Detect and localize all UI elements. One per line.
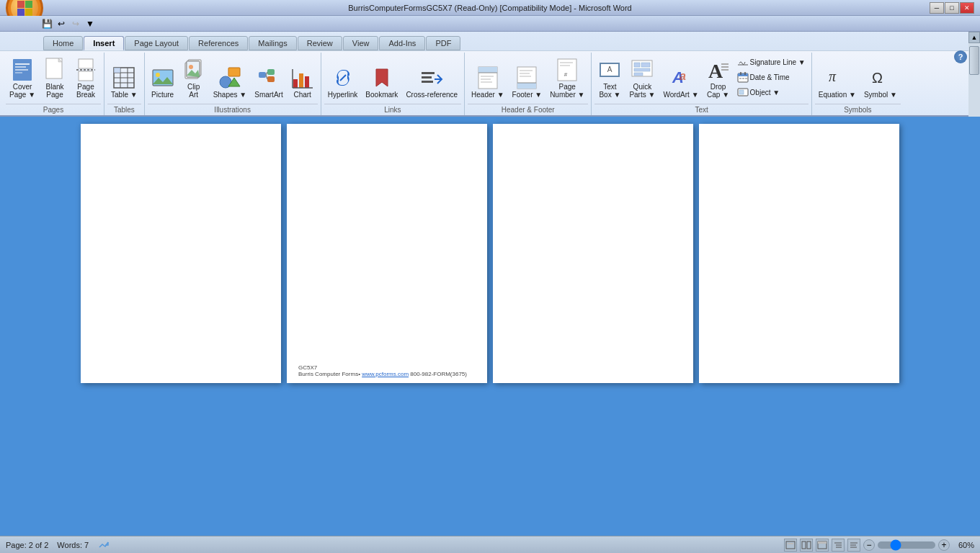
zoom-out-button[interactable]: −	[863, 539, 875, 551]
quick-parts-label: QuickParts ▼	[629, 83, 655, 99]
save-quick-btn[interactable]: 💾	[40, 17, 53, 30]
restore-button[interactable]: □	[945, 2, 959, 14]
svg-line-36	[266, 72, 267, 75]
clip-art-button[interactable]: ClipArt	[179, 56, 209, 101]
cover-page-label: CoverPage ▼	[9, 83, 35, 99]
tab-bar: Home Insert Page Layout References Maili…	[0, 32, 980, 50]
svg-rect-2	[17, 9, 24, 16]
equation-icon: π	[826, 66, 849, 89]
svg-rect-62	[560, 65, 570, 66]
shapes-label: Shapes ▼	[213, 91, 247, 99]
object-button[interactable]: Object ▼	[734, 85, 808, 99]
signature-line-icon	[737, 56, 749, 68]
svg-rect-34	[267, 69, 275, 75]
page-break-icon	[74, 58, 97, 81]
svg-rect-58	[520, 73, 530, 74]
print-layout-view[interactable]	[784, 539, 797, 552]
redo-quick-btn[interactable]: ↪	[69, 17, 82, 30]
shapes-icon	[218, 66, 241, 89]
svg-rect-53	[481, 81, 492, 83]
zoom-slider[interactable]	[878, 541, 935, 549]
zoom-level[interactable]: 60%	[953, 541, 974, 549]
header-button[interactable]: Header ▼	[468, 64, 507, 101]
svg-rect-5	[15, 63, 30, 65]
smartart-button[interactable]: SmartArt	[251, 64, 286, 101]
date-time-button[interactable]: Date & Time	[734, 70, 808, 84]
svg-text:π: π	[829, 68, 837, 84]
chart-button[interactable]: Chart	[288, 64, 318, 101]
svg-rect-89	[786, 541, 795, 549]
ribbon-group-tables: Table ▼ Tables	[104, 53, 145, 115]
scroll-thumb[interactable]	[969, 46, 979, 75]
page-number-button[interactable]: # PageNumber ▼	[546, 56, 588, 101]
table-button[interactable]: Table ▼	[107, 64, 141, 101]
close-button[interactable]: ✕	[960, 2, 974, 14]
ribbon-group-symbols: π Equation ▼ Ω Symbol ▼ Symbols	[812, 53, 904, 115]
tab-mailings[interactable]: Mailings	[249, 36, 296, 50]
tab-insert[interactable]: Insert	[84, 36, 124, 50]
tab-pdf[interactable]: PDF	[426, 36, 460, 50]
bookmark-button[interactable]: Bookmark	[362, 64, 401, 101]
header-icon	[476, 66, 499, 89]
svg-rect-59	[520, 76, 531, 77]
tab-home[interactable]: Home	[43, 36, 83, 50]
page-break-button[interactable]: PageBreak	[71, 56, 101, 101]
tab-review[interactable]: Review	[298, 36, 342, 50]
shapes-button[interactable]: Shapes ▼	[210, 64, 251, 101]
tab-page-layout[interactable]: Page Layout	[125, 36, 188, 50]
undo-quick-btn[interactable]: ↩	[55, 17, 68, 30]
ribbon-group-pages: CoverPage ▼ BlankPage	[3, 53, 104, 115]
hyperlink-icon	[331, 66, 355, 89]
text-small-buttons: Signature Line ▼ Date & Time	[734, 55, 808, 101]
status-left: Page: 2 of 2 Words: 7	[6, 539, 110, 551]
links-group-label: Links	[324, 104, 461, 115]
clip-art-icon	[182, 58, 205, 81]
wordart-label: WordArt ▼	[663, 91, 698, 99]
svg-text:A: A	[708, 60, 723, 82]
scroll-up-button[interactable]: ▲	[968, 32, 980, 43]
bookmark-icon	[370, 66, 393, 89]
quick-parts-button[interactable]: QuickParts ▼	[625, 56, 659, 101]
svg-rect-82	[739, 78, 741, 79]
zoom-in-button[interactable]: +	[938, 539, 950, 551]
illustrations-items: Picture ClipArt	[148, 54, 318, 102]
header-footer-items: Header ▼ Footer ▼	[468, 54, 588, 102]
cover-page-button[interactable]: CoverPage ▼	[6, 56, 39, 101]
full-screen-view[interactable]	[800, 539, 813, 552]
web-layout-view[interactable]	[816, 539, 829, 552]
tab-references[interactable]: References	[189, 36, 248, 50]
signature-line-button[interactable]: Signature Line ▼	[734, 55, 808, 69]
svg-rect-1	[25, 1, 32, 8]
tab-view[interactable]: View	[343, 36, 379, 50]
minimize-button[interactable]: ─	[930, 2, 944, 14]
cross-reference-button[interactable]: Cross-reference	[402, 64, 461, 101]
svg-rect-76	[721, 69, 729, 71]
sig-line-label: Signature Line ▼	[750, 58, 806, 66]
svg-rect-92	[807, 541, 811, 549]
outline-view[interactable]	[832, 539, 845, 552]
pages-group-label: Pages	[6, 104, 101, 115]
equation-button[interactable]: π Equation ▼	[815, 64, 860, 101]
drop-cap-button[interactable]: A DropCap ▼	[703, 56, 734, 101]
footer-button[interactable]: Footer ▼	[509, 64, 546, 101]
svg-point-22	[156, 73, 160, 77]
picture-button[interactable]: Picture	[148, 64, 178, 101]
symbol-button[interactable]: Ω Symbol ▼	[860, 64, 901, 101]
track-changes-icon[interactable]	[97, 539, 110, 551]
svg-rect-8	[15, 72, 22, 73]
svg-rect-20	[114, 68, 120, 73]
blank-page-button[interactable]: BlankPage	[40, 56, 70, 101]
tab-add-ins[interactable]: Add-Ins	[379, 36, 425, 50]
qa-dropdown[interactable]: ▼	[84, 17, 97, 30]
hyperlink-button[interactable]: Hyperlink	[324, 64, 362, 101]
wordart-button[interactable]: A a WordArt ▼	[659, 64, 702, 101]
symbol-label: Symbol ▼	[864, 91, 897, 99]
text-box-button[interactable]: A TextBox ▼	[594, 56, 625, 101]
footer-link[interactable]: www.pcforms.com	[362, 371, 409, 377]
ribbon-group-illustrations: Picture ClipArt	[145, 53, 321, 115]
help-button[interactable]: ?	[954, 50, 967, 63]
svg-rect-94	[818, 541, 827, 544]
page-footer-line1: GC5X7	[298, 364, 467, 371]
svg-text:#: #	[564, 71, 568, 78]
draft-view[interactable]	[847, 539, 860, 552]
